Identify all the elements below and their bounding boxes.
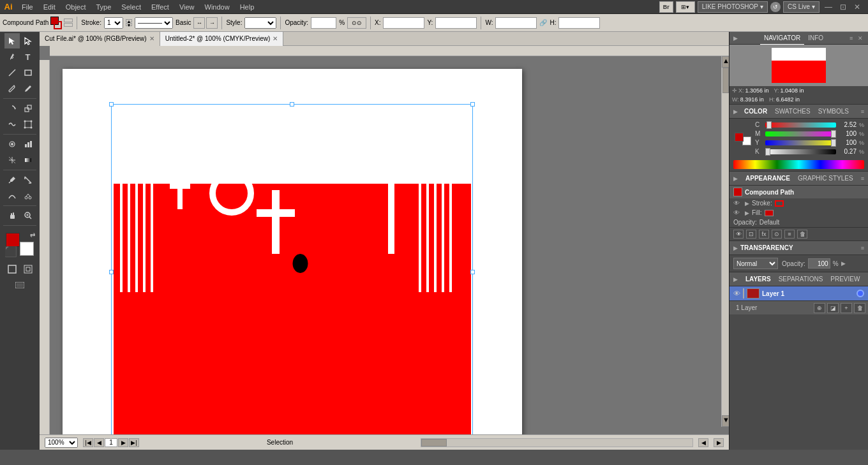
paintbrush-tool[interactable] [4, 81, 20, 96]
y-slider[interactable] [765, 140, 836, 145]
h-scrollbar-thumb[interactable] [421, 439, 447, 447]
arrow-style-2[interactable]: → [206, 17, 218, 29]
menu-file[interactable]: File [17, 0, 38, 14]
tab-color[interactable]: COLOR [740, 105, 771, 119]
tab-graphic-styles[interactable]: GRAPHIC STYLES [794, 172, 857, 186]
layer-item-1[interactable]: 👁 Layer 1 [730, 286, 868, 300]
fill-eye-icon[interactable]: 👁 [733, 209, 742, 216]
tab-untitled-2-close[interactable]: ✕ [273, 35, 278, 42]
opacity-input[interactable]: 100 [311, 17, 336, 29]
selection-tool[interactable] [4, 33, 20, 48]
scroll-left-btn[interactable]: ◀ [698, 438, 708, 447]
panel-close-icon[interactable]: ✕ [858, 35, 864, 41]
h-input[interactable]: 6.6482 in [558, 17, 600, 29]
menu-help[interactable]: Help [235, 0, 260, 14]
k-slider-thumb[interactable] [765, 148, 770, 156]
appearance-panel-menu[interactable]: ≡ [861, 175, 864, 182]
page-input[interactable]: 1 [105, 438, 117, 447]
stroke-expand-icon[interactable]: ▶ [745, 200, 749, 207]
vertical-scrollbar[interactable]: ▲ ▼ [721, 56, 729, 427]
scroll-right-btn[interactable]: ▶ [714, 438, 724, 447]
y-input[interactable]: 4.3649 in [435, 17, 477, 29]
mesh-tool[interactable] [4, 152, 20, 168]
foreground-color-swatch[interactable] [6, 233, 20, 247]
zoom-tool[interactable] [20, 208, 36, 223]
measure-tool[interactable] [20, 172, 36, 188]
draw-inside-mode[interactable] [20, 262, 36, 277]
eyedropper-tool[interactable] [4, 172, 20, 188]
type-tool[interactable]: T [20, 49, 36, 64]
delete-layer-btn[interactable]: 🗑 [854, 303, 865, 313]
menu-window[interactable]: Window [200, 0, 235, 14]
blend-tool[interactable] [4, 188, 20, 203]
menu-select[interactable]: Select [116, 0, 146, 14]
menu-effect[interactable]: Effect [146, 0, 174, 14]
background-color-swatch[interactable] [20, 242, 34, 256]
prev-page-btn[interactable]: ◀ [94, 438, 104, 447]
tab-appearance[interactable]: APPEARANCE [742, 172, 794, 186]
tab-cut-file-close[interactable]: ✕ [149, 35, 154, 42]
default-colors-icon[interactable]: ⬛ [4, 247, 17, 257]
make-clipping-mask[interactable]: ◪ [827, 303, 839, 313]
change-screen-mode[interactable] [3, 277, 36, 293]
w-input[interactable]: 8.3916 in [495, 17, 537, 29]
stroke-type-select[interactable]: ———— [135, 17, 173, 29]
tab-navigator[interactable]: NAVIGATOR [760, 32, 804, 45]
stroke-color-swatch[interactable] [54, 21, 62, 29]
tab-swatches[interactable]: SWATCHES [771, 105, 814, 119]
scroll-down-btn[interactable]: ▼ [722, 415, 729, 427]
scale-tool[interactable] [20, 101, 36, 116]
appearance-fx-icon[interactable]: fx [759, 230, 769, 239]
opacity-trans-chevron[interactable]: ▶ [841, 260, 848, 267]
opacity-icons[interactable]: ⊙⊙ [347, 17, 366, 29]
opacity-trans-input[interactable]: 100 [808, 258, 830, 269]
direct-select-tool[interactable] [20, 33, 36, 48]
bridge-button[interactable]: Br [659, 1, 673, 13]
gradient-tool[interactable] [20, 152, 36, 168]
next-page-btn[interactable]: ▶ [118, 438, 128, 447]
c-slider-thumb[interactable] [767, 121, 772, 129]
tab-cut-file[interactable]: Cut File.ai* @ 100% (RGB/Preview) ✕ [40, 32, 160, 46]
rotate-tool[interactable] [4, 101, 20, 116]
minimize-button[interactable]: — [822, 3, 835, 11]
appearance-clock-icon[interactable]: ⊙ [772, 230, 782, 239]
stroke-eye-icon[interactable]: 👁 [733, 200, 742, 207]
pen-tool[interactable] [4, 49, 20, 64]
horizontal-scrollbar[interactable] [421, 438, 693, 447]
warp-tool[interactable] [4, 117, 20, 132]
arrow-style-1[interactable]: ↔ [193, 17, 205, 29]
hand-tool[interactable] [4, 208, 20, 223]
view-toggle[interactable]: ⊞▾ [676, 1, 695, 13]
layer-target-dot[interactable] [857, 290, 864, 297]
stroke-down[interactable]: ▼ [126, 23, 132, 26]
appearance-visibility-icon[interactable]: 👁 [733, 230, 744, 239]
fill-swatch[interactable] [765, 210, 774, 216]
cs-live-button[interactable]: CS Live ▾ [783, 1, 819, 13]
k-slider[interactable] [765, 149, 836, 154]
menu-edit[interactable]: Edit [38, 0, 61, 14]
style-select[interactable] [244, 17, 276, 29]
constrain-proportions[interactable]: 🔗 [539, 19, 547, 26]
menu-object[interactable]: Object [61, 0, 91, 14]
color-spectrum[interactable] [733, 160, 864, 169]
stroke-style-down[interactable] [64, 23, 73, 27]
tab-untitled-2[interactable]: Untitled-2* @ 100% (CMYK/Preview) ✕ [160, 32, 284, 46]
tab-preview[interactable]: PREVIEW [827, 272, 864, 286]
bg-color[interactable] [742, 137, 751, 145]
panel-menu-icon[interactable]: ≡ [849, 35, 856, 41]
y-slider-thumb[interactable] [831, 139, 836, 147]
appearance-link-icon[interactable]: ⊡ [746, 230, 756, 239]
layer-name[interactable]: Layer 1 [762, 290, 854, 297]
stroke-up[interactable]: ▲ [126, 19, 132, 22]
appearance-trash-icon[interactable]: 🗑 [797, 230, 807, 239]
stroke-weight-select[interactable]: 1 [104, 17, 123, 29]
opacity-item-value[interactable]: Default [760, 219, 780, 226]
first-page-btn[interactable]: |◀ [83, 438, 93, 447]
scroll-up-btn[interactable]: ▲ [722, 56, 729, 68]
trans-panel-menu[interactable]: ≡ [861, 245, 864, 251]
close-app-button[interactable]: ✕ [851, 3, 863, 11]
restore-button[interactable]: ⊡ [837, 3, 849, 11]
last-page-btn[interactable]: ▶| [129, 438, 139, 447]
x-input[interactable]: 5.5014 in [383, 17, 424, 29]
c-slider[interactable] [765, 122, 836, 128]
